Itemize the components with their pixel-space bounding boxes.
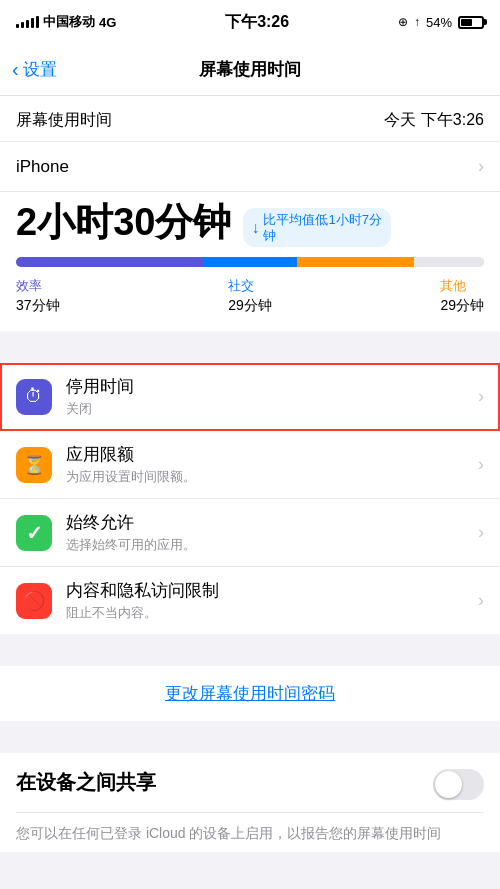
content-privacy-subtitle: 阻止不当内容。 xyxy=(66,604,478,622)
usage-progress-bar xyxy=(16,257,484,267)
battery-fill xyxy=(461,19,472,26)
share-section: 在设备之间共享 您可以在任何已登录 iCloud 的设备上启用，以报告您的屏幕使… xyxy=(0,753,500,852)
status-bar-right: ⊕ ↑ 54% xyxy=(398,15,484,30)
status-bar-time: 下午3:26 xyxy=(225,12,289,33)
app-limits-icon: ⏳ xyxy=(23,454,45,476)
progress-segment-empty xyxy=(414,257,484,267)
section-gap-2 xyxy=(0,634,500,666)
menu-section: ⏱ 停用时间 关闭 › ⏳ 应用限额 为应用设置时间限额。 › ✓ xyxy=(0,363,500,634)
progress-segment-social xyxy=(203,257,297,267)
back-chevron-icon: ‹ xyxy=(12,59,19,79)
always-allowed-title: 始终允许 xyxy=(66,511,478,534)
status-bar: 中国移动 4G 下午3:26 ⊕ ↑ 54% xyxy=(0,0,500,44)
signal-icon xyxy=(16,16,39,28)
menu-item-content-privacy[interactable]: 🚫 内容和隐私访问限制 阻止不当内容。 › xyxy=(0,567,500,634)
always-allowed-subtitle: 选择始终可用的应用。 xyxy=(66,536,478,554)
network-type-label: 4G xyxy=(99,15,116,30)
usage-item-social: 社交 29分钟 xyxy=(228,277,272,315)
share-toggle-row: 在设备之间共享 xyxy=(16,769,484,813)
usage-value-efficiency: 37分钟 xyxy=(16,297,60,315)
battery-percent-label: 54% xyxy=(426,15,452,30)
section-gap-1 xyxy=(0,331,500,363)
status-bar-left: 中国移动 4G xyxy=(16,13,116,31)
progress-segment-efficiency xyxy=(16,257,203,267)
iphone-row[interactable]: iPhone › xyxy=(0,142,500,192)
passcode-link-section: 更改屏幕使用时间密码 xyxy=(0,666,500,721)
location-icon: ⊕ xyxy=(398,15,408,29)
screen-time-label: 屏幕使用时间 xyxy=(16,110,112,131)
content-privacy-content: 内容和隐私访问限制 阻止不当内容。 xyxy=(66,579,478,622)
usage-value-social: 29分钟 xyxy=(228,297,272,315)
time-display-section: 2小时30分钟 ↓ 比平均值低1小时7分钟 效率 37分钟 社交 29分钟 xyxy=(0,192,500,331)
always-allowed-content: 始终允许 选择始终可用的应用。 xyxy=(66,511,478,554)
always-allowed-icon: ✓ xyxy=(26,521,43,545)
progress-segment-other xyxy=(297,257,414,267)
app-limits-subtitle: 为应用设置时间限额。 xyxy=(66,468,478,486)
downtime-icon: ⏱ xyxy=(25,386,43,407)
back-button[interactable]: ‹ 设置 xyxy=(12,58,57,81)
alarm-icon: ↑ xyxy=(414,15,420,29)
iphone-label: iPhone xyxy=(16,157,69,177)
screen-time-header-row: 屏幕使用时间 今天 下午3:26 xyxy=(0,96,500,142)
comparison-text: 比平均值低1小时7分钟 xyxy=(263,212,383,243)
content-area: 屏幕使用时间 今天 下午3:26 iPhone › 2小时30分钟 ↓ 比平均值… xyxy=(0,96,500,889)
toggle-knob xyxy=(435,771,462,798)
usage-label-efficiency: 效率 xyxy=(16,277,60,295)
usage-item-other: 其他 29分钟 xyxy=(440,277,484,315)
downtime-chevron-icon: › xyxy=(478,386,484,407)
menu-item-downtime[interactable]: ⏱ 停用时间 关闭 › xyxy=(0,363,500,431)
back-label: 设置 xyxy=(23,58,57,81)
nav-bar: ‹ 设置 屏幕使用时间 xyxy=(0,44,500,96)
always-allowed-icon-bg: ✓ xyxy=(16,515,52,551)
downtime-subtitle: 关闭 xyxy=(66,400,478,418)
content-privacy-title: 内容和隐私访问限制 xyxy=(66,579,478,602)
screen-time-value: 今天 下午3:26 xyxy=(384,110,484,131)
battery-icon xyxy=(458,16,484,29)
comparison-arrow-icon: ↓ xyxy=(251,219,259,237)
content-privacy-icon-bg: 🚫 xyxy=(16,583,52,619)
menu-item-always-allowed[interactable]: ✓ 始终允许 选择始终可用的应用。 › xyxy=(0,499,500,567)
usage-value-other: 29分钟 xyxy=(440,297,484,315)
app-limits-content: 应用限额 为应用设置时间限额。 xyxy=(66,443,478,486)
nav-title: 屏幕使用时间 xyxy=(199,58,301,81)
change-passcode-link[interactable]: 更改屏幕使用时间密码 xyxy=(16,682,484,705)
always-allowed-chevron-icon: › xyxy=(478,522,484,543)
usage-label-other: 其他 xyxy=(440,277,484,295)
content-privacy-chevron-icon: › xyxy=(478,590,484,611)
iphone-chevron-icon: › xyxy=(478,156,484,177)
app-limits-chevron-icon: › xyxy=(478,454,484,475)
screen-time-header-section: 屏幕使用时间 今天 下午3:26 xyxy=(0,96,500,142)
usage-item-efficiency: 效率 37分钟 xyxy=(16,277,60,315)
section-gap-3 xyxy=(0,721,500,753)
content-privacy-icon: 🚫 xyxy=(23,590,45,612)
downtime-title: 停用时间 xyxy=(66,375,478,398)
downtime-icon-bg: ⏱ xyxy=(16,379,52,415)
usage-label-social: 社交 xyxy=(228,277,272,295)
app-limits-icon-bg: ⏳ xyxy=(16,447,52,483)
share-toggle[interactable] xyxy=(433,769,484,800)
carrier-label: 中国移动 xyxy=(43,13,95,31)
share-description: 您可以在任何已登录 iCloud 的设备上启用，以报告您的屏幕使用时间 xyxy=(16,813,484,852)
big-time-display: 2小时30分钟 xyxy=(16,202,231,244)
usage-breakdown: 效率 37分钟 社交 29分钟 其他 29分钟 xyxy=(16,277,484,315)
app-limits-title: 应用限额 xyxy=(66,443,478,466)
menu-item-app-limits[interactable]: ⏳ 应用限额 为应用设置时间限额。 › xyxy=(0,431,500,499)
comparison-badge: ↓ 比平均值低1小时7分钟 xyxy=(243,208,391,247)
share-title: 在设备之间共享 xyxy=(16,769,156,796)
downtime-content: 停用时间 关闭 xyxy=(66,375,478,418)
big-time-row: 2小时30分钟 ↓ 比平均值低1小时7分钟 xyxy=(16,202,484,247)
